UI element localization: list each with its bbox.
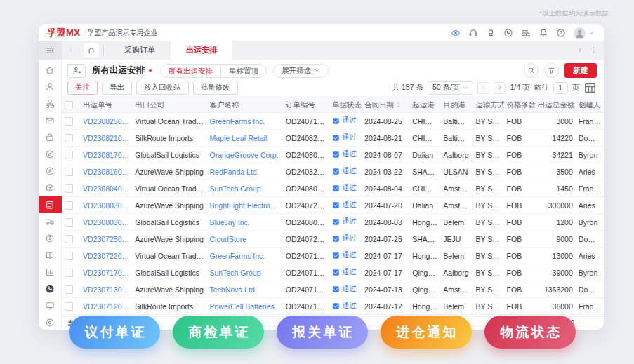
action-button[interactable]: 关注 xyxy=(67,81,98,95)
row-checkbox[interactable] xyxy=(65,302,73,311)
menu-fold-button[interactable] xyxy=(39,41,62,60)
sidebar-item-doc[interactable] xyxy=(39,196,62,213)
inspection-docs-button[interactable]: 商检单证 xyxy=(173,316,264,349)
table-row[interactable]: VD230713001AzureWave ShippingTechNova Lt… xyxy=(62,281,604,298)
view-segment-2[interactable]: 星标置顶 xyxy=(220,65,266,77)
link-cell[interactable]: GreenFarms Inc. xyxy=(207,248,283,264)
page-size-select[interactable]: 50 条/页 xyxy=(428,81,474,95)
table-row[interactable]: VD230725001AzureWave ShippingCloudStoreO… xyxy=(62,231,604,248)
eye-icon[interactable] xyxy=(451,28,461,38)
sidebar-item-book[interactable] xyxy=(39,247,62,264)
link-cell[interactable]: VD230713001 xyxy=(80,281,132,298)
status-badge[interactable]: 通过 xyxy=(332,133,357,142)
sidebar-item-bag[interactable] xyxy=(39,129,62,146)
link-cell[interactable]: VD230722001 xyxy=(80,248,132,264)
status-badge[interactable]: 通过 xyxy=(332,267,357,277)
phone-icon[interactable] xyxy=(503,28,513,38)
row-checkbox[interactable] xyxy=(65,201,73,210)
link-cell[interactable]: VD230803002 xyxy=(80,197,132,214)
action-button[interactable]: 批量修改 xyxy=(193,81,238,95)
table-row[interactable]: VD230817001GlobalSail LogisticsOrangeGro… xyxy=(62,147,604,163)
row-checkbox[interactable] xyxy=(65,184,73,193)
link-cell[interactable]: OrangeGroove Corp. xyxy=(207,147,283,163)
link-cell[interactable]: BrightLight Electronics xyxy=(207,197,283,214)
link-cell[interactable]: VD230816001 xyxy=(80,163,132,180)
table-row[interactable]: VD230803001GlobalSail LogisticsBlueJay I… xyxy=(62,214,604,231)
row-checkbox[interactable] xyxy=(65,168,73,176)
link-cell[interactable]: CloudStore xyxy=(207,231,283,248)
link-cell[interactable]: VD230804001 xyxy=(80,180,132,197)
sidebar-item-mail[interactable] xyxy=(39,112,62,129)
sidebar-item-monitor[interactable] xyxy=(39,297,62,314)
table-row[interactable]: VD230816001AzureWave ShippingRedPanda Lt… xyxy=(62,163,604,180)
sidebar-item-user[interactable] xyxy=(39,79,62,95)
sidebar-item-box[interactable] xyxy=(39,180,62,196)
status-badge[interactable]: 通过 xyxy=(332,183,357,193)
task-list-icon[interactable] xyxy=(521,28,531,38)
view-owner-button[interactable] xyxy=(67,64,86,78)
sidebar-item-chart[interactable] xyxy=(39,264,62,281)
sort-icon[interactable] xyxy=(395,101,402,109)
link-cell[interactable]: VD230821001 xyxy=(80,130,132,147)
link-cell[interactable]: PowerCell Batteries xyxy=(207,298,283,315)
select-all-checkbox[interactable] xyxy=(65,101,73,109)
action-button[interactable]: 放入回收站 xyxy=(136,81,189,95)
link-cell[interactable]: VD230712001 xyxy=(80,298,132,315)
bell-icon[interactable] xyxy=(539,28,548,38)
status-badge[interactable]: 通过 xyxy=(332,116,357,126)
home-tab-button[interactable] xyxy=(84,43,99,57)
new-button[interactable]: 新建 xyxy=(564,63,597,78)
table-row[interactable]: VD230712001SilkRoute ImportsPowerCell Ba… xyxy=(62,298,604,315)
warehouse-notice-button[interactable]: 进仓通知 xyxy=(381,316,472,349)
sidebar-item-target-a[interactable]: A xyxy=(39,163,62,180)
status-badge[interactable]: 通过 xyxy=(332,284,357,294)
table-row[interactable]: VD230803002AzureWave ShippingBrightLight… xyxy=(62,197,604,214)
status-badge[interactable]: 通过 xyxy=(332,217,357,227)
link-cell[interactable]: VD230803001 xyxy=(80,214,132,231)
link-cell[interactable]: RedPanda Ltd. xyxy=(207,163,283,180)
sidebar-item-whatsapp[interactable] xyxy=(39,281,62,297)
row-checkbox[interactable] xyxy=(65,285,73,294)
status-badge[interactable]: 通过 xyxy=(332,200,357,210)
link-cell[interactable]: VD230825001 xyxy=(80,113,132,130)
tab-2[interactable]: 出运安排 xyxy=(171,41,232,60)
table-row[interactable]: VD230804001Virtual Ocean TradingSunTech … xyxy=(62,180,604,197)
row-checkbox[interactable] xyxy=(65,134,73,142)
filter-button[interactable] xyxy=(544,63,559,78)
logistics-status-button[interactable]: 物流状态 xyxy=(484,316,576,349)
table-row[interactable]: VD230821001SilkRoute ImportsMaple Leaf R… xyxy=(62,130,604,147)
medal-icon[interactable] xyxy=(486,28,496,38)
action-button[interactable]: 导出 xyxy=(102,81,132,95)
link-cell[interactable]: VD230717001 xyxy=(80,264,132,281)
avatar[interactable] xyxy=(574,27,586,39)
row-checkbox[interactable] xyxy=(65,218,73,227)
row-checkbox[interactable] xyxy=(65,151,73,159)
tab-scroll-right-icon[interactable] xyxy=(576,46,583,54)
customs-docs-button[interactable]: 报关单证 xyxy=(277,316,368,349)
table-row[interactable]: VD230717001GlobalSail LogisticsSunTech G… xyxy=(62,264,604,281)
goto-page-input[interactable] xyxy=(553,82,568,94)
link-cell[interactable]: TechNova Ltd. xyxy=(207,281,283,298)
view-segment-1[interactable]: 所有出运安排 xyxy=(161,65,220,77)
sidebar-item-home[interactable] xyxy=(39,62,62,79)
status-badge[interactable]: 通过 xyxy=(332,250,357,260)
expand-filter-button[interactable]: 展开筛选 xyxy=(273,64,329,78)
nav-back-icon[interactable] xyxy=(67,46,74,54)
row-checkbox[interactable] xyxy=(65,252,73,260)
headset-icon[interactable] xyxy=(468,28,478,38)
help-icon[interactable]: ? xyxy=(556,28,566,38)
next-page-button[interactable] xyxy=(494,82,506,94)
negotiation-docs-button[interactable]: 议付单证 xyxy=(69,316,160,349)
link-cell[interactable]: VD230817001 xyxy=(80,147,132,163)
table-row[interactable]: VD230825001Virtual Ocean TradingGreenFar… xyxy=(62,113,604,130)
link-cell[interactable]: VD230725001 xyxy=(80,231,132,248)
row-checkbox[interactable] xyxy=(65,117,73,126)
more-vertical-icon[interactable] xyxy=(590,46,597,54)
link-cell[interactable]: GreenFarms Inc. xyxy=(207,113,283,130)
link-cell[interactable]: SunTech Group xyxy=(207,180,283,197)
row-checkbox[interactable] xyxy=(65,269,73,277)
prev-page-button[interactable] xyxy=(477,82,489,94)
link-cell[interactable]: Maple Leaf Retail xyxy=(207,130,283,147)
row-checkbox[interactable] xyxy=(65,235,73,243)
status-badge[interactable]: 通过 xyxy=(332,149,357,159)
